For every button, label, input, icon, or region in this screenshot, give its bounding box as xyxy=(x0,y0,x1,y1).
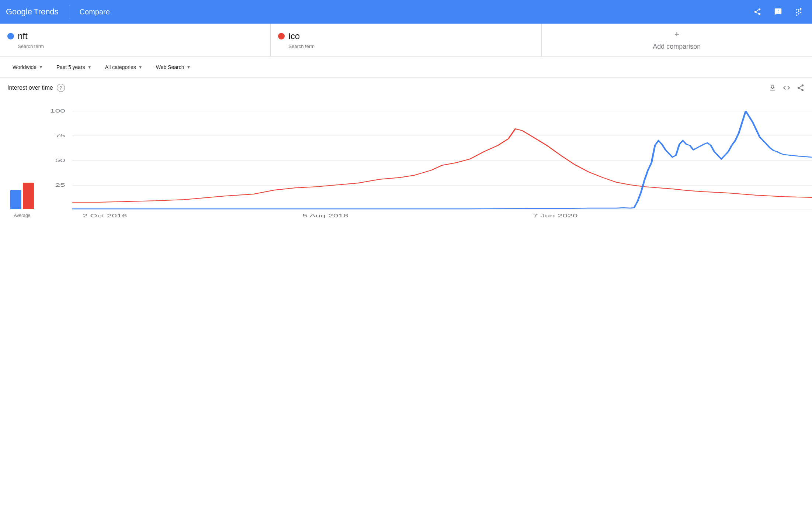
header-actions xyxy=(750,4,806,19)
search-term-ico[interactable]: ico Search term xyxy=(271,24,541,56)
share-button[interactable] xyxy=(750,4,765,19)
chart-inner: Average 100 75 50 25 2 Oct 20 xyxy=(0,100,812,218)
app-header: GoogleTrends Compare xyxy=(0,0,812,24)
svg-text:75: 75 xyxy=(55,133,65,138)
category-chevron-icon: ▼ xyxy=(138,65,143,70)
add-comparison-plus-icon: + xyxy=(674,30,679,39)
time-filter[interactable]: Past 5 years ▼ xyxy=(51,61,97,73)
chart-area: Average 100 75 50 25 2 Oct 20 xyxy=(0,96,812,240)
chart-actions xyxy=(768,84,805,92)
ico-trend-line xyxy=(72,129,812,202)
ico-term-type: Search term xyxy=(278,44,534,49)
logo-google-text: Google xyxy=(6,7,32,17)
add-comparison-cell[interactable]: + Add comparison xyxy=(542,24,812,56)
svg-text:7 Jun 2020: 7 Jun 2020 xyxy=(533,213,578,218)
search-term-nft[interactable]: nft Search term xyxy=(0,24,271,56)
chart-title-group: Interest over time ? xyxy=(7,84,65,92)
add-comparison-label: Add comparison xyxy=(653,43,701,51)
embed-chart-button[interactable] xyxy=(782,84,791,92)
svg-text:5 Aug 2018: 5 Aug 2018 xyxy=(302,213,348,218)
time-filter-label: Past 5 years xyxy=(56,64,85,70)
svg-text:100: 100 xyxy=(50,108,65,114)
chart-section: Interest over time ? Average xyxy=(0,78,812,240)
page-title: Compare xyxy=(80,8,743,16)
share-chart-button[interactable] xyxy=(797,84,805,92)
google-trends-logo: GoogleTrends xyxy=(6,7,59,17)
avg-bars-inner xyxy=(10,180,34,209)
nft-term-type: Search term xyxy=(7,44,263,49)
time-chevron-icon: ▼ xyxy=(87,65,92,70)
ico-avg-bar xyxy=(23,183,34,209)
search-type-filter[interactable]: Web Search ▼ xyxy=(151,61,196,73)
search-type-chevron-icon: ▼ xyxy=(186,65,191,70)
location-filter[interactable]: Worldwide ▼ xyxy=(7,61,48,73)
trend-chart-svg: 100 75 50 25 2 Oct 2016 5 Aug 2018 7 Jun… xyxy=(44,107,812,218)
avg-label: Average xyxy=(14,213,30,218)
logo-trends-text: Trends xyxy=(34,7,59,17)
category-filter[interactable]: All categories ▼ xyxy=(100,61,148,73)
header-divider xyxy=(69,5,69,18)
nft-dot xyxy=(7,33,14,39)
download-chart-button[interactable] xyxy=(768,84,777,92)
feedback-button[interactable] xyxy=(771,4,785,19)
average-bars: Average xyxy=(0,100,44,218)
ico-term-name: ico xyxy=(288,31,300,41)
chart-help-button[interactable]: ? xyxy=(57,84,65,92)
nft-trend-line xyxy=(72,111,812,209)
nft-term-name: nft xyxy=(18,31,28,41)
search-terms-row: nft Search term ico Search term + Add co… xyxy=(0,24,812,57)
category-filter-label: All categories xyxy=(105,64,136,70)
location-filter-label: Worldwide xyxy=(13,64,37,70)
chart-title: Interest over time xyxy=(7,84,53,91)
svg-text:50: 50 xyxy=(55,158,65,163)
ico-dot xyxy=(278,33,285,39)
nft-avg-bar xyxy=(10,190,21,209)
filter-row: Worldwide ▼ Past 5 years ▼ All categorie… xyxy=(0,57,812,78)
search-type-filter-label: Web Search xyxy=(156,64,184,70)
svg-text:25: 25 xyxy=(55,182,65,188)
apps-button[interactable] xyxy=(791,4,806,19)
chart-header: Interest over time ? xyxy=(0,84,812,96)
location-chevron-icon: ▼ xyxy=(39,65,43,70)
svg-text:2 Oct 2016: 2 Oct 2016 xyxy=(83,213,127,218)
